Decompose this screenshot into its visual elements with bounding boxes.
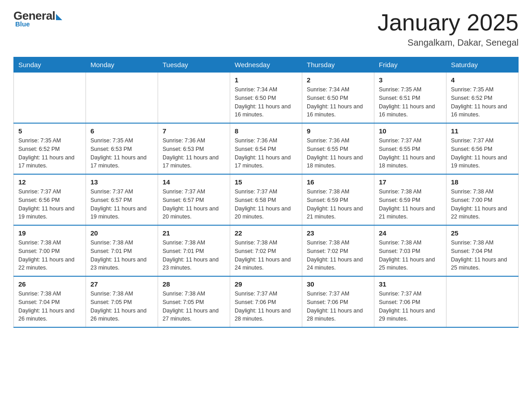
day-number: 14 [163, 178, 225, 186]
calendar-table: SundayMondayTuesdayWednesdayThursdayFrid… [13, 57, 519, 328]
day-info: Sunrise: 7:36 AMSunset: 6:55 PMDaylight:… [307, 137, 369, 170]
day-info: Sunrise: 7:37 AMSunset: 6:55 PMDaylight:… [379, 137, 442, 170]
location-label: Sangalkam, Dakar, Senegal [378, 38, 519, 48]
header-cell-thursday: Thursday [302, 57, 374, 73]
day-cell: 17Sunrise: 7:38 AMSunset: 6:59 PMDayligh… [374, 174, 446, 225]
day-number: 30 [307, 280, 369, 288]
day-number: 3 [379, 76, 442, 84]
day-cell: 12Sunrise: 7:37 AMSunset: 6:56 PMDayligh… [14, 174, 86, 225]
day-cell: 15Sunrise: 7:37 AMSunset: 6:58 PMDayligh… [230, 174, 302, 225]
header-cell-monday: Monday [86, 57, 158, 73]
day-number: 7 [163, 127, 225, 135]
day-info: Sunrise: 7:37 AMSunset: 6:58 PMDaylight:… [235, 188, 297, 221]
day-info: Sunrise: 7:38 AMSunset: 7:01 PMDaylight:… [90, 239, 153, 272]
header-cell-sunday: Sunday [14, 57, 86, 73]
day-cell: 2Sunrise: 7:34 AMSunset: 6:50 PMDaylight… [302, 73, 374, 124]
day-number: 28 [163, 280, 225, 288]
header-cell-saturday: Saturday [446, 57, 519, 73]
logo-arrow-icon [56, 14, 62, 20]
day-info: Sunrise: 7:38 AMSunset: 7:00 PMDaylight:… [451, 188, 514, 221]
day-info: Sunrise: 7:38 AMSunset: 6:59 PMDaylight:… [379, 188, 442, 221]
day-cell: 31Sunrise: 7:37 AMSunset: 7:06 PMDayligh… [374, 276, 446, 327]
day-number: 20 [90, 229, 153, 237]
day-number: 12 [18, 178, 81, 186]
day-info: Sunrise: 7:35 AMSunset: 6:52 PMDaylight:… [18, 137, 81, 170]
week-row-2: 5Sunrise: 7:35 AMSunset: 6:52 PMDaylight… [14, 123, 519, 174]
day-cell: 11Sunrise: 7:37 AMSunset: 6:56 PMDayligh… [446, 123, 519, 174]
day-number: 5 [18, 127, 81, 135]
day-cell: 4Sunrise: 7:35 AMSunset: 6:52 PMDaylight… [446, 73, 519, 124]
day-cell: 30Sunrise: 7:37 AMSunset: 7:06 PMDayligh… [302, 276, 374, 327]
week-row-1: 1Sunrise: 7:34 AMSunset: 6:50 PMDaylight… [14, 73, 519, 124]
day-info: Sunrise: 7:36 AMSunset: 6:53 PMDaylight:… [163, 137, 225, 170]
day-cell [86, 73, 158, 124]
day-number: 31 [379, 280, 442, 288]
day-info: Sunrise: 7:36 AMSunset: 6:54 PMDaylight:… [235, 137, 297, 170]
header-cell-tuesday: Tuesday [158, 57, 230, 73]
day-number: 15 [235, 178, 297, 186]
day-info: Sunrise: 7:34 AMSunset: 6:50 PMDaylight:… [307, 86, 369, 119]
day-cell: 18Sunrise: 7:38 AMSunset: 7:00 PMDayligh… [446, 174, 519, 225]
calendar-body: 1Sunrise: 7:34 AMSunset: 6:50 PMDaylight… [14, 73, 519, 328]
day-info: Sunrise: 7:35 AMSunset: 6:53 PMDaylight:… [90, 137, 153, 170]
header-row: SundayMondayTuesdayWednesdayThursdayFrid… [14, 57, 519, 73]
day-cell: 28Sunrise: 7:38 AMSunset: 7:05 PMDayligh… [158, 276, 230, 327]
day-number: 11 [451, 127, 514, 135]
week-row-4: 19Sunrise: 7:38 AMSunset: 7:00 PMDayligh… [14, 225, 519, 276]
day-info: Sunrise: 7:38 AMSunset: 7:05 PMDaylight:… [90, 290, 153, 323]
day-info: Sunrise: 7:38 AMSunset: 7:03 PMDaylight:… [379, 239, 442, 272]
day-info: Sunrise: 7:38 AMSunset: 7:05 PMDaylight:… [163, 290, 225, 323]
day-number: 25 [451, 229, 514, 237]
day-number: 4 [451, 76, 514, 84]
day-cell: 7Sunrise: 7:36 AMSunset: 6:53 PMDaylight… [158, 123, 230, 174]
week-row-3: 12Sunrise: 7:37 AMSunset: 6:56 PMDayligh… [14, 174, 519, 225]
day-number: 29 [235, 280, 297, 288]
day-number: 9 [307, 127, 369, 135]
day-cell: 9Sunrise: 7:36 AMSunset: 6:55 PMDaylight… [302, 123, 374, 174]
day-number: 19 [18, 229, 81, 237]
day-info: Sunrise: 7:38 AMSunset: 7:01 PMDaylight:… [163, 239, 225, 272]
day-info: Sunrise: 7:38 AMSunset: 7:04 PMDaylight:… [18, 290, 81, 323]
header-cell-friday: Friday [374, 57, 446, 73]
day-info: Sunrise: 7:38 AMSunset: 7:02 PMDaylight:… [235, 239, 297, 272]
day-info: Sunrise: 7:34 AMSunset: 6:50 PMDaylight:… [235, 86, 297, 119]
day-cell: 23Sunrise: 7:38 AMSunset: 7:02 PMDayligh… [302, 225, 374, 276]
title-block: January 2025 Sangalkam, Dakar, Senegal [378, 9, 519, 48]
day-cell: 27Sunrise: 7:38 AMSunset: 7:05 PMDayligh… [86, 276, 158, 327]
day-cell: 21Sunrise: 7:38 AMSunset: 7:01 PMDayligh… [158, 225, 230, 276]
day-cell: 5Sunrise: 7:35 AMSunset: 6:52 PMDaylight… [14, 123, 86, 174]
day-number: 18 [451, 178, 514, 186]
day-info: Sunrise: 7:37 AMSunset: 7:06 PMDaylight:… [307, 290, 369, 323]
day-number: 26 [18, 280, 81, 288]
day-number: 22 [235, 229, 297, 237]
day-cell [14, 73, 86, 124]
day-info: Sunrise: 7:37 AMSunset: 6:57 PMDaylight:… [163, 188, 225, 221]
day-info: Sunrise: 7:37 AMSunset: 7:06 PMDaylight:… [379, 290, 442, 323]
day-info: Sunrise: 7:37 AMSunset: 6:56 PMDaylight:… [451, 137, 514, 170]
day-info: Sunrise: 7:38 AMSunset: 6:59 PMDaylight:… [307, 188, 369, 221]
day-number: 6 [90, 127, 153, 135]
header-cell-wednesday: Wednesday [230, 57, 302, 73]
day-cell: 19Sunrise: 7:38 AMSunset: 7:00 PMDayligh… [14, 225, 86, 276]
logo-blue-text: Blue [15, 20, 30, 28]
day-cell [158, 73, 230, 124]
day-number: 8 [235, 127, 297, 135]
day-cell: 1Sunrise: 7:34 AMSunset: 6:50 PMDaylight… [230, 73, 302, 124]
day-number: 2 [307, 76, 369, 84]
day-number: 24 [379, 229, 442, 237]
week-row-5: 26Sunrise: 7:38 AMSunset: 7:04 PMDayligh… [14, 276, 519, 327]
day-cell: 29Sunrise: 7:37 AMSunset: 7:06 PMDayligh… [230, 276, 302, 327]
day-number: 1 [235, 76, 297, 84]
day-cell: 8Sunrise: 7:36 AMSunset: 6:54 PMDaylight… [230, 123, 302, 174]
day-number: 21 [163, 229, 225, 237]
day-cell: 26Sunrise: 7:38 AMSunset: 7:04 PMDayligh… [14, 276, 86, 327]
day-number: 13 [90, 178, 153, 186]
day-cell: 20Sunrise: 7:38 AMSunset: 7:01 PMDayligh… [86, 225, 158, 276]
day-number: 10 [379, 127, 442, 135]
day-cell: 6Sunrise: 7:35 AMSunset: 6:53 PMDaylight… [86, 123, 158, 174]
day-number: 17 [379, 178, 442, 186]
day-info: Sunrise: 7:37 AMSunset: 7:06 PMDaylight:… [235, 290, 297, 323]
month-title: January 2025 [378, 9, 519, 36]
day-cell: 25Sunrise: 7:38 AMSunset: 7:04 PMDayligh… [446, 225, 519, 276]
day-info: Sunrise: 7:37 AMSunset: 6:57 PMDaylight:… [90, 188, 153, 221]
